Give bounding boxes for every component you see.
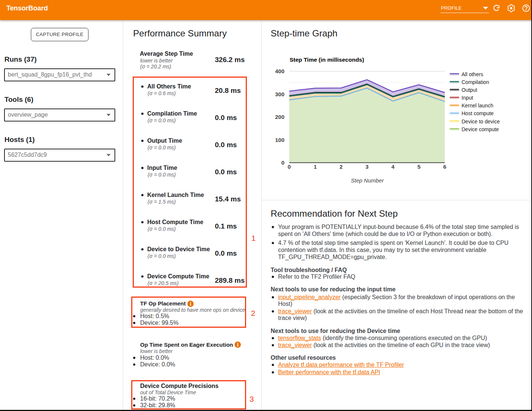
svg-text:Kernel launch: Kernel launch xyxy=(462,103,494,109)
svg-text:All others: All others xyxy=(462,71,483,77)
svg-text:3: 3 xyxy=(365,164,368,170)
svg-text:1: 1 xyxy=(314,164,317,170)
svg-text:Step Time (in milliseconds): Step Time (in milliseconds) xyxy=(290,56,364,63)
svg-text:Input: Input xyxy=(462,95,473,101)
svg-text:Compilation: Compilation xyxy=(462,79,489,85)
svg-text:100: 100 xyxy=(275,137,284,143)
svg-text:4: 4 xyxy=(391,164,395,170)
svg-text:2: 2 xyxy=(339,164,342,170)
svg-text:Device compute: Device compute xyxy=(462,126,499,132)
svg-text:400: 400 xyxy=(275,68,284,74)
svg-text:0: 0 xyxy=(288,164,291,170)
svg-text:Output: Output xyxy=(462,87,477,93)
svg-text:300: 300 xyxy=(275,91,284,97)
svg-text:200: 200 xyxy=(275,114,284,120)
svg-text:Step Number: Step Number xyxy=(351,177,384,184)
svg-text:Device to device: Device to device xyxy=(462,119,500,124)
svg-text:5: 5 xyxy=(417,164,420,170)
svg-text:6: 6 xyxy=(443,164,446,170)
svg-text:0: 0 xyxy=(281,159,284,166)
svg-text:Host compute: Host compute xyxy=(462,110,494,116)
